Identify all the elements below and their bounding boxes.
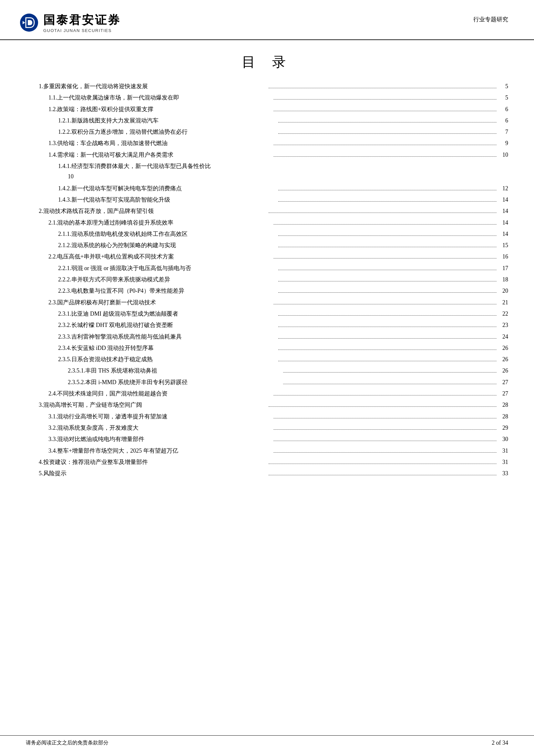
toc-item: 2.3.3.吉利雷神智擎混动系统高性能与低油耗兼具 24: [39, 331, 508, 342]
toc-item: 1.2.2.双积分压力逐步增加，混动替代燃油势在必行 7: [39, 126, 508, 138]
toc-item: 2.2.1.弱混 or 强混 or 插混取决于电压高低与插电与否 17: [39, 263, 508, 274]
toc-item: 2.混动技术路线百花齐放，国产品牌有望引领 14: [39, 205, 508, 217]
toc-item: 4.投资建议：推荐混动产业整车及增量部件 31: [39, 456, 508, 468]
toc-continuation: 10: [39, 171, 508, 182]
toc-item: 2.3.2.长城柠檬 DHT 双电机混动打破合资垄断 23: [39, 319, 508, 331]
toc-item: 2.3.5.日系合资混动技术趋于稳定成熟 26: [39, 354, 508, 365]
toc-item: 2.3.4.长安蓝鲸 iDD 混动拉开转型序幕 26: [39, 342, 508, 354]
toc-item: 1.2.1.新版路线图支持大力发展混动汽车 6: [39, 115, 508, 126]
toc-item: 1.2.政策端：路线图+双积分提供双重支撑 6: [39, 104, 508, 115]
toc-item: 2.1.2.混动系统的核心为控制策略的构建与实现 15: [39, 240, 508, 251]
logo-cn: 国泰君安证券: [43, 12, 121, 28]
toc-item: 3.4.整车+增量部件市场空间大，2025 年有望超万亿 31: [39, 445, 508, 456]
toc-item: 1.1.上一代混动隶属边缘市场，新一代混动爆发在即 5: [39, 92, 508, 103]
toc-item: 5.风险提示 33: [39, 468, 508, 479]
toc-item: 1.3.供给端：车企战略布局，混动加速替代燃油 9: [39, 138, 508, 149]
logo-icon: [19, 13, 39, 32]
toc-item: 3.2.混动系统复杂度高，开发难度大 29: [39, 422, 508, 434]
toc-title: 目 录: [0, 53, 534, 71]
footer-disclaimer: 请务必阅读正文之后的免责条款部分: [26, 740, 109, 746]
toc-item: 1.4.2.新一代混动车型可解决纯电车型的消费痛点 12: [39, 183, 508, 194]
toc-item: 2.1.1.混动系统借助电机使发动机始终工作在高效区 14: [39, 229, 508, 240]
toc-item: 3.混动高增长可期，产业链市场空间广阔 28: [39, 399, 508, 411]
toc-item: 2.1.混动的基本原理为通过削峰填谷提升系统效率 14: [39, 217, 508, 229]
page: 国泰君安证券 GUOTAI JUNAN SECURITIES 行业专题研究 目 …: [0, 0, 534, 756]
toc-item: 1.4.1.经济型车消费群体最大，新一代混动车型已具备性价比: [39, 161, 508, 172]
toc-item: 2.3.5.1.丰田 THS 系统堪称混动鼻祖 26: [39, 365, 508, 376]
header: 国泰君安证券 GUOTAI JUNAN SECURITIES 行业专题研究: [0, 0, 534, 40]
logo-area: 国泰君安证券 GUOTAI JUNAN SECURITIES: [19, 12, 121, 33]
toc-item: 3.3.混动对比燃油或纯电均有增量部件 30: [39, 434, 508, 445]
logo-text: 国泰君安证券 GUOTAI JUNAN SECURITIES: [43, 12, 121, 33]
toc-item: 2.3.5.2.本田 i-MMD 系统绕开丰田专利另辟蹊径 27: [39, 377, 508, 388]
toc-item: 3.1.混动行业高增长可期，渗透率提升有望加速 28: [39, 411, 508, 422]
toc-container: 1.多重因素催化，新一代混动将迎快速发展 5 1.1.上一代混动隶属边缘市场，新…: [0, 81, 534, 479]
toc-item: 1.4.需求端：新一代混动可极大满足用户各类需求 10: [39, 149, 508, 161]
logo-en: GUOTAI JUNAN SECURITIES: [43, 28, 121, 33]
footer-page: 2 of 34: [492, 740, 508, 746]
footer: 请务必阅读正文之后的免责条款部分 2 of 34: [0, 735, 534, 746]
toc-item: 2.2.2.串并联方式不同带来系统驱动模式差异 18: [39, 274, 508, 285]
toc-item: 1.多重因素催化，新一代混动将迎快速发展 5: [39, 81, 508, 92]
toc-item: 2.2.电压高低+串并联+电机位置构成不同技术方案 16: [39, 251, 508, 262]
toc-item: 2.3.国产品牌积极布局打磨新一代混动技术 21: [39, 297, 508, 308]
toc-item: 2.4.不同技术殊途同归，国产混动性能超越合资 27: [39, 388, 508, 399]
header-category: 行业专题研究: [473, 12, 508, 23]
toc-item: 1.4.3.新一代混动车型可实现高阶智能化升级 14: [39, 194, 508, 205]
toc-item: 2.3.1.比亚迪 DMI 超级混动车型成为燃油颠覆者 22: [39, 308, 508, 319]
toc-item: 2.2.3.电机数量与位置不同（P0-P4）带来性能差异 20: [39, 285, 508, 297]
